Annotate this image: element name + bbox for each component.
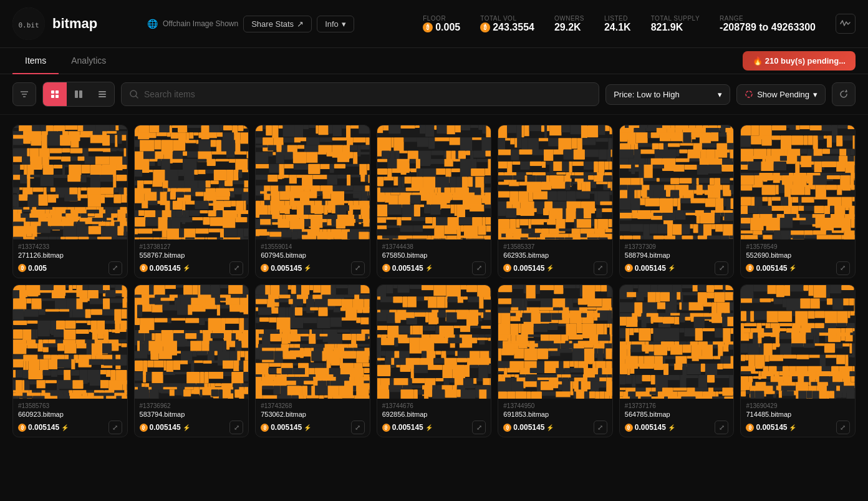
nft-expand-button[interactable]: ⤢ [594, 421, 607, 434]
svg-rect-645 [359, 231, 369, 239]
nft-card[interactable]: #13737309 588794.bitmap ₿ 0.005145 ⚡ ⤢ [619, 125, 735, 278]
svg-rect-1871 [344, 294, 354, 298]
nft-expand-button[interactable]: ⤢ [836, 421, 850, 434]
nft-card[interactable]: #13559014 607945.bitmap ₿ 0.005145 ⚡ ⤢ [255, 125, 370, 278]
search-box[interactable] [121, 82, 599, 106]
svg-rect-2295 [587, 307, 596, 309]
svg-rect-2499 [656, 292, 660, 302]
svg-rect-1701 [185, 318, 199, 323]
svg-rect-12 [99, 94, 106, 95]
svg-rect-580 [286, 205, 292, 209]
grid-large-view-button[interactable] [67, 82, 90, 106]
pending-badge[interactable]: 🔥 210 buy(s) pending... [743, 51, 856, 71]
nft-id: #13737176 [625, 402, 729, 409]
svg-rect-1952 [314, 344, 324, 348]
svg-rect-1071 [627, 132, 635, 144]
nft-card[interactable]: #13744438 675850.bitmap ₿ 0.005145 ⚡ ⤢ [377, 125, 492, 278]
svg-rect-673 [472, 137, 481, 140]
btc-icon: ₿ [746, 424, 754, 432]
svg-rect-947 [591, 182, 596, 188]
nft-card[interactable]: #13743268 753062.bitmap ₿ 0.005145 ⚡ ⤢ [255, 285, 370, 438]
activity-button[interactable] [836, 14, 856, 34]
svg-rect-1038 [573, 238, 587, 240]
nft-expand-button[interactable]: ⤢ [715, 261, 728, 275]
svg-rect-1465 [26, 298, 31, 303]
svg-rect-2053 [302, 386, 307, 396]
svg-rect-2235 [441, 385, 452, 390]
nft-card[interactable]: #13578549 552690.bitmap ₿ 0.005145 ⚡ ⤢ [740, 125, 856, 278]
nft-expand-button[interactable]: ⤢ [472, 421, 486, 434]
share-stats-button[interactable]: Share Stats ↗ [243, 16, 312, 32]
svg-rect-1268 [804, 135, 808, 145]
nft-expand-button[interactable]: ⤢ [351, 261, 365, 275]
svg-rect-878 [596, 138, 608, 142]
svg-rect-1029 [498, 238, 509, 240]
svg-rect-1914 [369, 317, 370, 324]
svg-rect-1510 [89, 329, 92, 332]
nft-price-value: 0.005145 [635, 423, 666, 432]
svg-rect-1255 [796, 125, 800, 130]
svg-rect-2561 [684, 328, 695, 336]
nft-card[interactable]: #13744676 692856.bitmap ₿ 0.005145 ⚡ ⤢ [377, 285, 492, 438]
svg-rect-68 [110, 148, 117, 152]
nft-expand-button[interactable]: ⤢ [472, 261, 486, 275]
sort-dropdown[interactable]: Price: Low to High ▾ [605, 84, 730, 105]
svg-rect-2123 [415, 312, 425, 316]
svg-rect-552 [309, 191, 317, 198]
svg-rect-1565 [49, 359, 57, 369]
nft-expand-button[interactable]: ⤢ [229, 421, 243, 434]
nft-card[interactable]: #13738127 558767.bitmap ₿ 0.005145 ⚡ ⤢ [134, 125, 249, 278]
nft-expand-button[interactable]: ⤢ [351, 421, 365, 434]
svg-rect-114 [13, 187, 17, 193]
search-input[interactable] [144, 83, 591, 105]
svg-rect-1358 [741, 197, 751, 206]
search-icon [129, 89, 139, 99]
nft-expand-button[interactable]: ⤢ [594, 261, 607, 275]
svg-rect-2810 [790, 371, 804, 376]
tab-analytics[interactable]: Analytics [59, 48, 118, 74]
svg-rect-1489 [27, 320, 37, 323]
svg-rect-271 [189, 132, 193, 139]
svg-rect-1912 [356, 317, 360, 323]
svg-rect-2853 [781, 386, 796, 391]
svg-rect-109 [87, 175, 90, 177]
list-view-button[interactable] [90, 82, 114, 106]
grid-small-view-button[interactable] [43, 82, 67, 106]
svg-rect-1638 [65, 396, 70, 399]
nft-price-row: ₿ 0.005145 ⚡ ⤢ [625, 421, 729, 434]
nft-card[interactable]: #13585337 662935.bitmap ₿ 0.005145 ⚡ ⤢ [498, 125, 613, 278]
nft-card[interactable]: #13690429 714485.bitmap ₿ 0.005145 ⚡ ⤢ [740, 285, 856, 438]
svg-rect-2770 [804, 343, 815, 348]
svg-rect-2247 [428, 389, 432, 397]
svg-rect-2674 [681, 396, 695, 399]
tab-items[interactable]: Items [12, 48, 59, 74]
svg-rect-1183 [660, 198, 673, 211]
nft-expand-button[interactable]: ⤢ [715, 421, 728, 434]
nft-card[interactable]: #13374233 271126.bitmap ₿ 0.005 ⤢ [12, 125, 128, 278]
nft-card[interactable]: #13585763 660923.bitmap ₿ 0.005145 ⚡ ⤢ [12, 285, 128, 438]
svg-rect-1837 [200, 389, 202, 397]
svg-rect-329 [242, 170, 248, 172]
svg-rect-1127 [653, 165, 664, 168]
show-pending-button[interactable]: Show Pending ▾ [736, 84, 826, 105]
svg-rect-2038 [285, 381, 296, 385]
svg-rect-549 [290, 191, 294, 202]
nft-card[interactable]: #13737176 564785.bitmap ₿ 0.005145 ⚡ ⤢ [619, 285, 735, 438]
nft-expand-button[interactable]: ⤢ [109, 261, 122, 275]
nft-card[interactable]: #13744950 691853.bitmap ₿ 0.005145 ⚡ ⤢ [498, 285, 613, 438]
svg-rect-1431 [793, 235, 805, 239]
svg-rect-265 [148, 132, 156, 138]
info-button[interactable]: Info ▾ [317, 16, 354, 32]
svg-rect-1836 [191, 389, 200, 394]
svg-rect-860 [581, 125, 587, 138]
refresh-button[interactable] [832, 82, 856, 106]
nft-card[interactable]: #13736962 583794.bitmap ₿ 0.005145 ⚡ ⤢ [134, 285, 249, 438]
nft-expand-button[interactable]: ⤢ [836, 261, 850, 275]
svg-rect-1943 [365, 334, 369, 339]
svg-rect-1380 [804, 206, 814, 211]
svg-rect-436 [160, 238, 166, 240]
filter-button[interactable] [12, 82, 36, 106]
svg-rect-690 [473, 151, 485, 158]
nft-expand-button[interactable]: ⤢ [109, 421, 122, 434]
nft-expand-button[interactable]: ⤢ [229, 261, 243, 275]
